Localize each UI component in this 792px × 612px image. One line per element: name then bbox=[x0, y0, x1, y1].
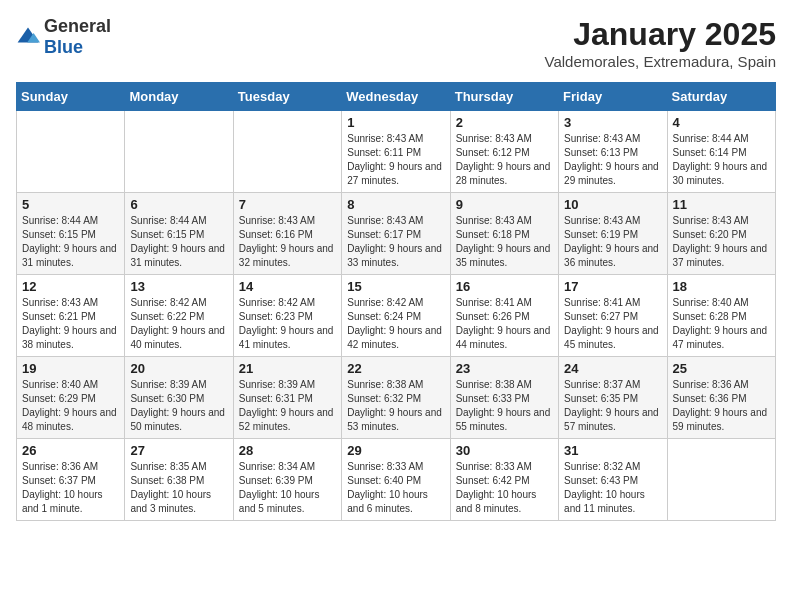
day-number: 4 bbox=[673, 115, 770, 130]
day-number: 25 bbox=[673, 361, 770, 376]
day-number: 14 bbox=[239, 279, 336, 294]
day-info: Sunrise: 8:33 AM Sunset: 6:42 PM Dayligh… bbox=[456, 460, 553, 516]
calendar-cell: 25Sunrise: 8:36 AM Sunset: 6:36 PM Dayli… bbox=[667, 357, 775, 439]
day-info: Sunrise: 8:43 AM Sunset: 6:20 PM Dayligh… bbox=[673, 214, 770, 270]
calendar-cell: 19Sunrise: 8:40 AM Sunset: 6:29 PM Dayli… bbox=[17, 357, 125, 439]
calendar-cell: 11Sunrise: 8:43 AM Sunset: 6:20 PM Dayli… bbox=[667, 193, 775, 275]
weekday-header-wednesday: Wednesday bbox=[342, 83, 450, 111]
day-number: 29 bbox=[347, 443, 444, 458]
day-info: Sunrise: 8:43 AM Sunset: 6:12 PM Dayligh… bbox=[456, 132, 553, 188]
day-number: 26 bbox=[22, 443, 119, 458]
day-number: 17 bbox=[564, 279, 661, 294]
day-info: Sunrise: 8:44 AM Sunset: 6:14 PM Dayligh… bbox=[673, 132, 770, 188]
day-number: 18 bbox=[673, 279, 770, 294]
calendar-cell: 22Sunrise: 8:38 AM Sunset: 6:32 PM Dayli… bbox=[342, 357, 450, 439]
day-info: Sunrise: 8:42 AM Sunset: 6:23 PM Dayligh… bbox=[239, 296, 336, 352]
day-number: 6 bbox=[130, 197, 227, 212]
calendar-cell: 9Sunrise: 8:43 AM Sunset: 6:18 PM Daylig… bbox=[450, 193, 558, 275]
calendar-cell: 13Sunrise: 8:42 AM Sunset: 6:22 PM Dayli… bbox=[125, 275, 233, 357]
calendar-cell: 18Sunrise: 8:40 AM Sunset: 6:28 PM Dayli… bbox=[667, 275, 775, 357]
day-info: Sunrise: 8:36 AM Sunset: 6:37 PM Dayligh… bbox=[22, 460, 119, 516]
day-number: 11 bbox=[673, 197, 770, 212]
calendar-cell bbox=[233, 111, 341, 193]
calendar-cell: 21Sunrise: 8:39 AM Sunset: 6:31 PM Dayli… bbox=[233, 357, 341, 439]
day-number: 27 bbox=[130, 443, 227, 458]
day-info: Sunrise: 8:33 AM Sunset: 6:40 PM Dayligh… bbox=[347, 460, 444, 516]
day-info: Sunrise: 8:38 AM Sunset: 6:32 PM Dayligh… bbox=[347, 378, 444, 434]
day-info: Sunrise: 8:40 AM Sunset: 6:29 PM Dayligh… bbox=[22, 378, 119, 434]
day-info: Sunrise: 8:37 AM Sunset: 6:35 PM Dayligh… bbox=[564, 378, 661, 434]
calendar-cell bbox=[125, 111, 233, 193]
day-info: Sunrise: 8:43 AM Sunset: 6:11 PM Dayligh… bbox=[347, 132, 444, 188]
day-info: Sunrise: 8:35 AM Sunset: 6:38 PM Dayligh… bbox=[130, 460, 227, 516]
day-info: Sunrise: 8:41 AM Sunset: 6:27 PM Dayligh… bbox=[564, 296, 661, 352]
day-number: 2 bbox=[456, 115, 553, 130]
day-info: Sunrise: 8:44 AM Sunset: 6:15 PM Dayligh… bbox=[130, 214, 227, 270]
logo-icon bbox=[16, 25, 40, 49]
day-info: Sunrise: 8:43 AM Sunset: 6:19 PM Dayligh… bbox=[564, 214, 661, 270]
calendar-week-row: 1Sunrise: 8:43 AM Sunset: 6:11 PM Daylig… bbox=[17, 111, 776, 193]
day-info: Sunrise: 8:43 AM Sunset: 6:16 PM Dayligh… bbox=[239, 214, 336, 270]
day-number: 13 bbox=[130, 279, 227, 294]
calendar-cell: 27Sunrise: 8:35 AM Sunset: 6:38 PM Dayli… bbox=[125, 439, 233, 521]
calendar-cell: 6Sunrise: 8:44 AM Sunset: 6:15 PM Daylig… bbox=[125, 193, 233, 275]
calendar-cell: 28Sunrise: 8:34 AM Sunset: 6:39 PM Dayli… bbox=[233, 439, 341, 521]
calendar-cell: 12Sunrise: 8:43 AM Sunset: 6:21 PM Dayli… bbox=[17, 275, 125, 357]
calendar-cell: 31Sunrise: 8:32 AM Sunset: 6:43 PM Dayli… bbox=[559, 439, 667, 521]
calendar-cell: 17Sunrise: 8:41 AM Sunset: 6:27 PM Dayli… bbox=[559, 275, 667, 357]
day-number: 10 bbox=[564, 197, 661, 212]
weekday-header-friday: Friday bbox=[559, 83, 667, 111]
day-info: Sunrise: 8:43 AM Sunset: 6:21 PM Dayligh… bbox=[22, 296, 119, 352]
day-number: 16 bbox=[456, 279, 553, 294]
calendar-cell: 10Sunrise: 8:43 AM Sunset: 6:19 PM Dayli… bbox=[559, 193, 667, 275]
day-number: 20 bbox=[130, 361, 227, 376]
month-title: January 2025 bbox=[544, 16, 776, 53]
day-number: 15 bbox=[347, 279, 444, 294]
weekday-header-saturday: Saturday bbox=[667, 83, 775, 111]
day-number: 28 bbox=[239, 443, 336, 458]
day-info: Sunrise: 8:42 AM Sunset: 6:22 PM Dayligh… bbox=[130, 296, 227, 352]
calendar-week-row: 26Sunrise: 8:36 AM Sunset: 6:37 PM Dayli… bbox=[17, 439, 776, 521]
calendar-cell: 4Sunrise: 8:44 AM Sunset: 6:14 PM Daylig… bbox=[667, 111, 775, 193]
logo-blue: Blue bbox=[44, 37, 83, 57]
day-info: Sunrise: 8:34 AM Sunset: 6:39 PM Dayligh… bbox=[239, 460, 336, 516]
day-number: 19 bbox=[22, 361, 119, 376]
calendar-week-row: 12Sunrise: 8:43 AM Sunset: 6:21 PM Dayli… bbox=[17, 275, 776, 357]
day-number: 31 bbox=[564, 443, 661, 458]
day-number: 9 bbox=[456, 197, 553, 212]
day-info: Sunrise: 8:39 AM Sunset: 6:30 PM Dayligh… bbox=[130, 378, 227, 434]
weekday-header-sunday: Sunday bbox=[17, 83, 125, 111]
calendar-cell: 23Sunrise: 8:38 AM Sunset: 6:33 PM Dayli… bbox=[450, 357, 558, 439]
day-info: Sunrise: 8:32 AM Sunset: 6:43 PM Dayligh… bbox=[564, 460, 661, 516]
day-info: Sunrise: 8:43 AM Sunset: 6:17 PM Dayligh… bbox=[347, 214, 444, 270]
logo: General Blue bbox=[16, 16, 111, 58]
title-area: January 2025 Valdemorales, Extremadura, … bbox=[544, 16, 776, 70]
calendar-cell: 15Sunrise: 8:42 AM Sunset: 6:24 PM Dayli… bbox=[342, 275, 450, 357]
day-info: Sunrise: 8:42 AM Sunset: 6:24 PM Dayligh… bbox=[347, 296, 444, 352]
calendar-cell: 8Sunrise: 8:43 AM Sunset: 6:17 PM Daylig… bbox=[342, 193, 450, 275]
day-number: 8 bbox=[347, 197, 444, 212]
logo-general: General bbox=[44, 16, 111, 36]
day-info: Sunrise: 8:43 AM Sunset: 6:18 PM Dayligh… bbox=[456, 214, 553, 270]
calendar-cell: 16Sunrise: 8:41 AM Sunset: 6:26 PM Dayli… bbox=[450, 275, 558, 357]
calendar-cell: 24Sunrise: 8:37 AM Sunset: 6:35 PM Dayli… bbox=[559, 357, 667, 439]
day-number: 22 bbox=[347, 361, 444, 376]
calendar-cell: 20Sunrise: 8:39 AM Sunset: 6:30 PM Dayli… bbox=[125, 357, 233, 439]
day-info: Sunrise: 8:40 AM Sunset: 6:28 PM Dayligh… bbox=[673, 296, 770, 352]
header: General Blue January 2025 Valdemorales, … bbox=[16, 16, 776, 70]
calendar-week-row: 19Sunrise: 8:40 AM Sunset: 6:29 PM Dayli… bbox=[17, 357, 776, 439]
day-number: 5 bbox=[22, 197, 119, 212]
day-info: Sunrise: 8:36 AM Sunset: 6:36 PM Dayligh… bbox=[673, 378, 770, 434]
day-number: 21 bbox=[239, 361, 336, 376]
calendar-cell: 1Sunrise: 8:43 AM Sunset: 6:11 PM Daylig… bbox=[342, 111, 450, 193]
day-number: 7 bbox=[239, 197, 336, 212]
day-info: Sunrise: 8:41 AM Sunset: 6:26 PM Dayligh… bbox=[456, 296, 553, 352]
day-info: Sunrise: 8:39 AM Sunset: 6:31 PM Dayligh… bbox=[239, 378, 336, 434]
day-number: 30 bbox=[456, 443, 553, 458]
calendar-cell: 30Sunrise: 8:33 AM Sunset: 6:42 PM Dayli… bbox=[450, 439, 558, 521]
day-info: Sunrise: 8:38 AM Sunset: 6:33 PM Dayligh… bbox=[456, 378, 553, 434]
calendar-cell: 29Sunrise: 8:33 AM Sunset: 6:40 PM Dayli… bbox=[342, 439, 450, 521]
day-number: 3 bbox=[564, 115, 661, 130]
day-number: 23 bbox=[456, 361, 553, 376]
calendar-cell: 3Sunrise: 8:43 AM Sunset: 6:13 PM Daylig… bbox=[559, 111, 667, 193]
